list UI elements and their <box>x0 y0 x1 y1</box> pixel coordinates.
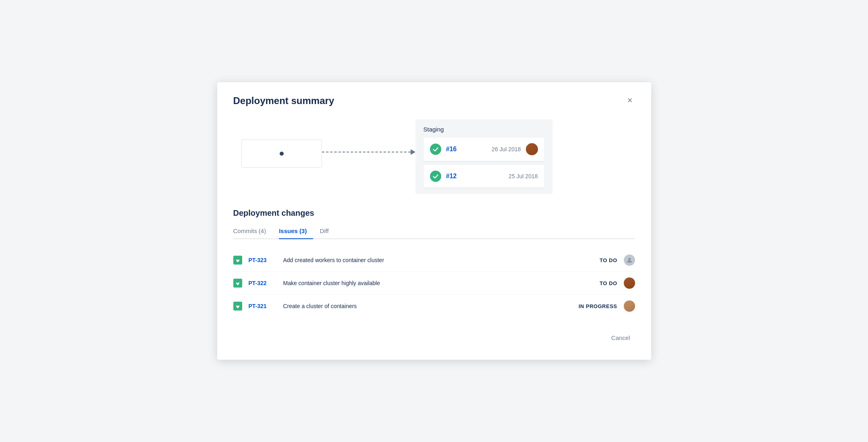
deployment-item-right-12: 25 Jul 2018 <box>509 173 538 179</box>
svg-point-0 <box>628 258 631 261</box>
staging-container: Staging #16 26 Jul 2018 <box>415 119 552 194</box>
deployment-summary-modal: Deployment summary × Staging <box>217 82 651 360</box>
issue-avatar-pt322 <box>624 277 635 289</box>
deployment-changes-section: Deployment changes Commits (4) Issues (3… <box>233 208 635 317</box>
issue-status-pt323: TO DO <box>600 257 617 263</box>
staging-label: Staging <box>424 126 544 133</box>
success-check-icon-12 <box>430 171 441 182</box>
issue-title-pt322: Make container cluster highly available <box>283 280 600 286</box>
issue-row-pt321: PT-321 Create a cluster of containers IN… <box>233 295 635 317</box>
pipeline-arrow <box>322 149 415 155</box>
success-check-icon-16 <box>430 144 441 155</box>
bookmark-icon <box>236 260 240 263</box>
tab-commits[interactable]: Commits (4) <box>233 224 273 239</box>
deployment-id-12[interactable]: #12 <box>446 173 457 180</box>
deployment-item-left-12: #12 <box>430 171 457 182</box>
modal-header: Deployment summary × <box>233 95 635 106</box>
female-avatar-icon <box>624 300 635 312</box>
issue-status-pt321: IN PROGRESS <box>579 303 617 309</box>
deployment-changes-title: Deployment changes <box>233 208 635 218</box>
deployment-item-12[interactable]: #12 25 Jul 2018 <box>424 165 544 188</box>
issue-row-pt323: PT-323 Add created workers to container … <box>233 249 635 272</box>
issue-status-pt322: TO DO <box>600 280 617 286</box>
deployment-item-left: #16 <box>430 144 457 155</box>
dotted-line <box>322 152 411 152</box>
pipeline-source-box <box>241 140 322 168</box>
deployment-date-12: 25 Jul 2018 <box>509 173 538 179</box>
issue-avatar-pt323 <box>624 254 635 266</box>
generic-avatar-icon <box>624 254 635 266</box>
issue-id-pt321[interactable]: PT-321 <box>249 303 277 309</box>
avatar-16 <box>526 143 538 155</box>
cancel-button[interactable]: Cancel <box>606 332 635 344</box>
issue-title-pt321: Create a cluster of containers <box>283 303 579 309</box>
bookmark-icon-2 <box>236 283 240 286</box>
male-avatar-icon <box>624 277 635 289</box>
issues-list: PT-323 Add created workers to container … <box>233 249 635 317</box>
deployment-id-16[interactable]: #16 <box>446 146 457 153</box>
pipeline-diagram: Staging #16 26 Jul 2018 <box>233 119 635 194</box>
deployment-item-16[interactable]: #16 26 Jul 2018 <box>424 138 544 161</box>
modal-title: Deployment summary <box>233 95 334 106</box>
issue-id-pt323[interactable]: PT-323 <box>249 257 277 263</box>
issue-icon-pt322 <box>233 279 242 288</box>
issue-icon-pt321 <box>233 302 242 311</box>
pipeline-dot <box>280 152 284 156</box>
tab-issues[interactable]: Issues (3) <box>279 224 313 239</box>
issue-row-pt322: PT-322 Make container cluster highly ava… <box>233 272 635 295</box>
issue-avatar-pt321 <box>624 300 635 312</box>
issue-title-pt323: Add created workers to container cluster <box>283 257 600 263</box>
issue-id-pt322[interactable]: PT-322 <box>249 280 277 286</box>
avatar-male-img <box>526 143 538 155</box>
tab-diff[interactable]: Diff <box>320 224 335 239</box>
deployment-date-16: 26 Jul 2018 <box>492 146 521 152</box>
deployment-changes-tabs: Commits (4) Issues (3) Diff <box>233 224 635 239</box>
deployment-item-right-16: 26 Jul 2018 <box>492 143 538 155</box>
bookmark-icon-3 <box>236 306 240 309</box>
issue-icon-pt323 <box>233 256 242 265</box>
close-button[interactable]: × <box>625 95 635 106</box>
modal-footer: Cancel <box>233 327 635 344</box>
arrow-head-icon <box>411 149 415 155</box>
